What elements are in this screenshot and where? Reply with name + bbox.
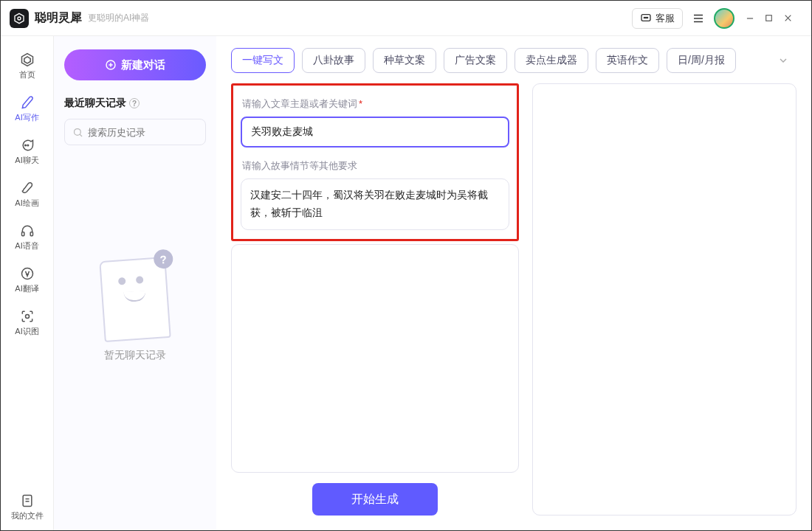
details-textarea[interactable]	[239, 252, 511, 465]
svg-rect-10	[766, 15, 772, 21]
window-close-button[interactable]	[783, 13, 802, 23]
app-title: 聪明灵犀	[35, 10, 82, 26]
close-icon	[783, 13, 793, 23]
new-chat-label: 新建对话	[121, 58, 165, 72]
nav-home[interactable]: 首页	[7, 46, 48, 85]
file-icon	[19, 493, 35, 509]
side-nav: 首页 AI写作 AI聊天 AI绘画 AI语音 AI翻译 AI识图 我	[1, 36, 54, 530]
avatar[interactable]	[714, 8, 734, 29]
svg-point-1	[18, 17, 21, 20]
highlighted-region: 请输入文章主题或者关键词* 请输入故事情节等其他要求 汉建安二十四年，蜀汉将关羽…	[231, 83, 519, 241]
svg-point-16	[27, 145, 29, 146]
history-panel: 新建对话 最近聊天记录 ? ? 暂无聊天记录	[54, 36, 216, 530]
pen-icon	[19, 94, 35, 111]
brush-icon	[19, 180, 35, 196]
nav-chat[interactable]: AI聊天	[7, 132, 48, 170]
nav-label: 我的文件	[11, 510, 44, 521]
hamburger-icon	[692, 12, 705, 25]
maximize-icon	[764, 13, 774, 23]
form-pane: 请输入文章主题或者关键词* 请输入故事情节等其他要求 汉建安二十四年，蜀汉将关羽…	[231, 83, 519, 516]
tab-selling-points[interactable]: 卖点生成器	[515, 48, 588, 73]
workspace: 一键写文 八卦故事 种草文案 广告文案 卖点生成器 英语作文 日/周/月报 请输…	[216, 36, 811, 530]
nav-paint[interactable]: AI绘画	[7, 175, 48, 213]
empty-illustration: ?	[99, 257, 171, 342]
headphones-icon	[19, 223, 35, 239]
titlebar: 聪明灵犀 更聪明的AI神器 客服	[1, 1, 811, 36]
nav-voice[interactable]: AI语音	[7, 218, 48, 256]
generate-button[interactable]: 开始生成	[312, 483, 438, 516]
plus-circle-icon	[105, 59, 117, 71]
nav-label: AI绘画	[15, 198, 38, 209]
svg-marker-14	[24, 56, 30, 63]
app-logo	[10, 9, 29, 28]
translate-icon	[19, 266, 35, 282]
new-chat-button[interactable]: 新建对话	[64, 49, 206, 80]
menu-button[interactable]	[687, 7, 709, 30]
nav-ocr[interactable]: AI识图	[7, 303, 48, 341]
output-pane	[532, 83, 796, 516]
nav-label: AI聊天	[15, 155, 38, 166]
tab-ad-copy[interactable]: 广告文案	[444, 48, 507, 73]
tab-gossip-story[interactable]: 八卦故事	[302, 48, 365, 73]
support-button[interactable]: 客服	[632, 8, 683, 29]
nav-myfiles[interactable]: 我的文件	[7, 487, 48, 526]
window-maximize-button[interactable]	[764, 13, 783, 23]
chat-bubble-icon	[640, 13, 652, 24]
svg-point-21	[25, 314, 29, 318]
svg-point-4	[645, 17, 646, 18]
topic-input[interactable]	[241, 117, 509, 148]
details-label: 请输入故事情节等其他要求	[242, 159, 508, 173]
tabs-expand-button[interactable]	[770, 50, 796, 71]
tab-seed-copy[interactable]: 种草文案	[373, 48, 436, 73]
tab-english-essay[interactable]: 英语作文	[596, 48, 659, 73]
svg-point-15	[24, 145, 26, 146]
details-preview: 汉建安二十四年，蜀汉将关羽在败走麦城时为吴将截获，被斩于临沮	[250, 187, 500, 222]
support-label: 客服	[656, 12, 675, 25]
nav-write[interactable]: AI写作	[7, 89, 48, 128]
topic-label: 请输入文章主题或者关键词*	[242, 97, 508, 111]
tab-report[interactable]: 日/周/月报	[667, 48, 736, 73]
app-subtitle: 更聪明的AI神器	[88, 12, 149, 24]
svg-rect-22	[23, 495, 32, 506]
nav-label: AI识图	[15, 326, 38, 337]
nav-label: AI语音	[15, 240, 38, 251]
svg-point-3	[644, 17, 644, 18]
generate-label: 开始生成	[351, 492, 399, 507]
nav-translate[interactable]: AI翻译	[7, 260, 48, 299]
nav-label: AI翻译	[15, 283, 38, 294]
chat-icon	[19, 137, 35, 153]
minimize-icon	[745, 13, 755, 24]
scan-icon	[19, 308, 35, 324]
svg-rect-18	[30, 232, 32, 235]
details-area-container	[231, 244, 519, 473]
window-minimize-button[interactable]	[745, 13, 764, 24]
chevron-down-icon	[777, 55, 789, 66]
nav-label: AI写作	[15, 112, 38, 123]
svg-marker-0	[15, 13, 24, 23]
nav-label: 首页	[19, 69, 35, 80]
svg-rect-17	[21, 232, 24, 235]
template-tabs: 一键写文 八卦故事 种草文案 广告文案 卖点生成器 英语作文 日/周/月报	[231, 48, 796, 73]
empty-text: 暂无聊天记录	[104, 349, 166, 362]
svg-point-5	[647, 17, 647, 18]
history-empty-state: ? 暂无聊天记录	[64, 101, 206, 520]
home-icon	[19, 52, 35, 68]
tab-one-click-write[interactable]: 一键写文	[231, 48, 295, 73]
